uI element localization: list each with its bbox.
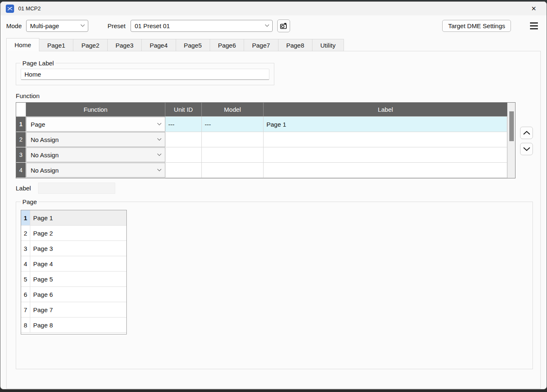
column-header-label: Label <box>264 103 507 117</box>
function-table-row: 1 Page --- --- Page 1 <box>16 117 507 132</box>
move-up-button[interactable] <box>520 127 533 139</box>
page-label-input[interactable] <box>21 69 269 80</box>
mode-label: Mode <box>6 22 22 29</box>
chevron-down-icon <box>157 121 162 125</box>
page-group: Page 1 Page 1 2 Page 2 3 Page 3 4 Page 4… <box>16 198 533 369</box>
function-table-row: 2 No Assign <box>16 132 507 147</box>
tab-utility[interactable]: Utility <box>312 39 344 51</box>
function-table-area: Function Unit ID Model Label 1 Page --- … <box>16 102 540 178</box>
page-list-item[interactable]: 8 Page 8 <box>21 317 126 333</box>
page-list-item[interactable]: 5 Page 5 <box>21 272 126 287</box>
close-icon: ✕ <box>531 5 537 12</box>
function-table: Function Unit ID Model Label 1 Page --- … <box>16 102 516 178</box>
chevron-down-icon <box>157 136 162 140</box>
tab-home[interactable]: Home <box>6 38 39 51</box>
page-item-label: Page 4 <box>30 256 126 271</box>
function-select[interactable]: No Assign <box>26 163 165 178</box>
page-item-number: 6 <box>21 287 30 302</box>
column-header-function: Function <box>26 103 165 117</box>
window-title: 01 MCP2 <box>18 5 41 12</box>
function-select[interactable]: Page <box>26 117 165 132</box>
tab-page4[interactable]: Page4 <box>142 39 176 51</box>
function-select[interactable]: No Assign <box>26 147 165 162</box>
tab-page8[interactable]: Page8 <box>278 39 312 51</box>
chevron-down-icon <box>265 22 269 26</box>
tab-page3[interactable]: Page3 <box>108 39 142 51</box>
chevron-down-icon <box>157 167 162 171</box>
page-item-label: Page 7 <box>30 302 126 317</box>
unit-id-cell[interactable] <box>165 147 202 163</box>
page-item-number: 7 <box>21 302 30 317</box>
function-table-scrollbar[interactable] <box>507 103 515 178</box>
page-item-label: Page 1 <box>30 210 126 225</box>
unit-id-cell[interactable]: --- <box>165 117 202 132</box>
label-field-input <box>38 183 115 194</box>
label-field-row: Label <box>16 183 540 194</box>
function-select[interactable]: No Assign <box>26 132 165 147</box>
page-list-item[interactable]: 4 Page 4 <box>21 256 126 272</box>
page-list: 1 Page 1 2 Page 2 3 Page 3 4 Page 4 5 Pa… <box>21 210 127 334</box>
row-move-buttons <box>520 127 533 155</box>
page-item-number: 5 <box>21 272 30 286</box>
model-cell[interactable] <box>202 132 264 147</box>
target-dme-settings-button[interactable]: Target DME Settings <box>442 20 511 32</box>
page-list-item[interactable]: 7 Page 7 <box>21 302 126 317</box>
page-item-label: Page 6 <box>30 287 126 302</box>
row-number: 2 <box>16 132 26 147</box>
page-list-item[interactable]: 3 Page 3 <box>21 241 126 256</box>
function-select-value: No Assign <box>31 152 59 159</box>
tab-page1[interactable]: Page1 <box>39 39 73 51</box>
preset-select-value: 01 Preset 01 <box>135 22 170 29</box>
preset-label: Preset <box>108 22 126 29</box>
unit-id-cell[interactable] <box>165 163 202 178</box>
chevron-up-icon <box>523 131 530 135</box>
page-item-label: Page 2 <box>30 226 126 240</box>
mode-select-value: Multi-page <box>30 22 59 29</box>
model-cell[interactable] <box>202 147 264 163</box>
menu-button[interactable] <box>529 21 539 31</box>
label-cell[interactable] <box>264 147 507 163</box>
function-select-value: No Assign <box>31 136 59 143</box>
page-label-legend: Page Label <box>21 60 56 67</box>
function-select-value: Page <box>31 121 45 128</box>
chevron-down-icon <box>80 22 85 26</box>
unit-id-cell[interactable] <box>165 132 202 147</box>
move-down-button[interactable] <box>520 143 533 155</box>
close-button[interactable]: ✕ <box>527 2 541 15</box>
page-item-number: 4 <box>21 256 30 271</box>
model-cell[interactable]: --- <box>202 117 264 132</box>
row-number: 1 <box>16 117 26 132</box>
page-list-item[interactable]: 2 Page 2 <box>21 226 126 241</box>
tab-page6[interactable]: Page6 <box>210 39 244 51</box>
label-cell[interactable] <box>264 163 507 178</box>
preset-select[interactable]: 01 Preset 01 <box>131 20 273 32</box>
row-number: 3 <box>16 147 26 163</box>
model-cell[interactable] <box>202 163 264 178</box>
store-preset-button[interactable] <box>277 19 290 32</box>
function-heading: Function <box>16 92 540 99</box>
label-cell[interactable]: Page 1 <box>264 117 507 132</box>
function-select-value: No Assign <box>31 167 59 174</box>
title-bar: 01 MCP2 ✕ <box>0 2 547 15</box>
label-cell[interactable] <box>264 132 507 147</box>
camera-icon <box>280 22 288 30</box>
page-item-number: 8 <box>21 317 30 332</box>
app-icon <box>6 5 14 13</box>
mode-select[interactable]: Multi-page <box>26 20 88 32</box>
column-header-model: Model <box>202 103 264 117</box>
tab-page2[interactable]: Page2 <box>73 39 107 51</box>
scrollbar-thumb[interactable] <box>509 111 514 141</box>
page-item-number: 3 <box>21 241 30 256</box>
chevron-down-icon <box>157 152 162 156</box>
column-header-unit-id: Unit ID <box>165 103 202 117</box>
header-corner-cell <box>16 103 26 117</box>
page-item-number: 1 <box>21 210 30 225</box>
function-table-row: 3 No Assign <box>16 147 507 163</box>
tab-page7[interactable]: Page7 <box>244 39 278 51</box>
page-list-item[interactable]: 1 Page 1 <box>21 210 126 226</box>
page-label-group: Page Label <box>16 60 274 85</box>
tab-page5[interactable]: Page5 <box>176 39 210 51</box>
function-table-row: 4 No Assign <box>16 163 507 178</box>
signal-crossfade-icon <box>7 6 13 12</box>
page-list-item[interactable]: 6 Page 6 <box>21 287 126 302</box>
